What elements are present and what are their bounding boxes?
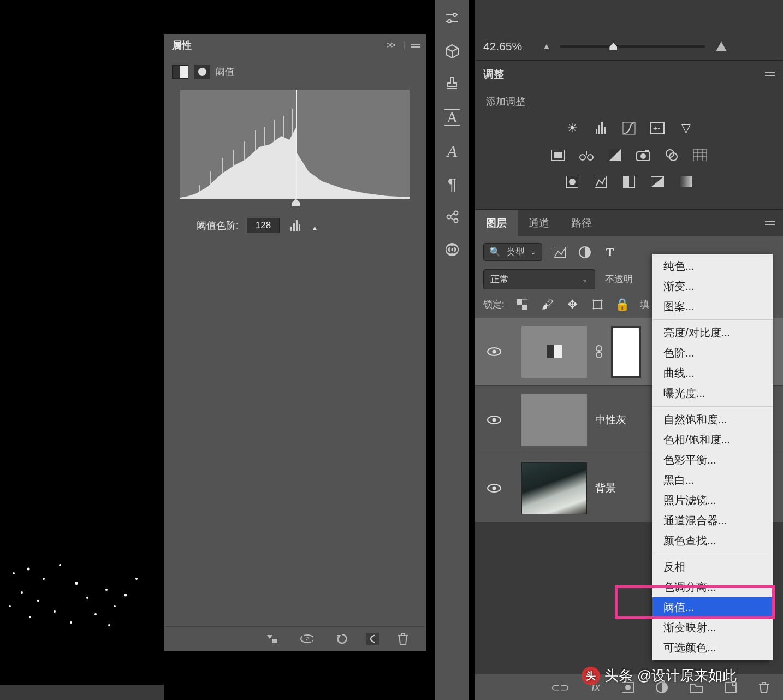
navigator-zoom-row: 42.65%: [475, 16, 783, 60]
svg-point-14: [135, 578, 138, 580]
paragraph-icon[interactable]: ¶: [444, 177, 460, 191]
svg-point-91: [625, 685, 631, 690]
svg-rect-75: [522, 305, 527, 310]
layer-thumbnail[interactable]: [521, 326, 587, 378]
clip-to-layer-icon[interactable]: [265, 633, 278, 645]
threshold-preset-icon[interactable]: [621, 175, 637, 188]
delete-layer-icon[interactable]: [758, 681, 769, 693]
brightness-icon[interactable]: ☀: [565, 121, 580, 135]
svg-rect-45: [623, 122, 635, 134]
tab-channels[interactable]: 通道: [518, 210, 560, 236]
svg-line-30: [302, 636, 312, 642]
photo-filter-icon[interactable]: [636, 148, 651, 162]
lock-pixels-icon[interactable]: 🖌: [539, 298, 555, 311]
lock-transparent-icon[interactable]: [514, 298, 530, 311]
color-balance-icon[interactable]: [579, 148, 594, 162]
blend-mode-select[interactable]: 正常 ⌄: [483, 269, 595, 289]
color-lookup-icon[interactable]: [692, 148, 708, 162]
context-menu-item[interactable]: 曲线...: [652, 363, 773, 383]
svg-rect-49: [554, 152, 562, 158]
context-menu-item[interactable]: 通道混合器...: [652, 511, 773, 531]
filter-adjustment-icon[interactable]: [577, 245, 592, 259]
document-canvas[interactable]: [0, 0, 164, 700]
filter-type-icon[interactable]: T: [602, 245, 618, 259]
link-icon[interactable]: [595, 345, 603, 358]
svg-point-3: [59, 564, 61, 566]
threshold-histogram[interactable]: [180, 90, 410, 199]
trash-icon[interactable]: [396, 633, 410, 645]
exposure-icon[interactable]: +-: [650, 121, 665, 135]
chevron-down-icon: ⌄: [530, 248, 536, 256]
zoom-slider[interactable]: [560, 45, 705, 48]
context-menu-item[interactable]: 可选颜色...: [652, 638, 773, 658]
cc-libraries-icon[interactable]: [444, 242, 460, 257]
stamp-icon[interactable]: [444, 76, 460, 91]
context-menu-item[interactable]: 色彩平衡...: [652, 450, 773, 470]
svg-point-2: [43, 578, 45, 580]
collapse-button[interactable]: >>: [387, 40, 403, 50]
vibrance-icon[interactable]: ▽: [678, 121, 693, 135]
selective-color-icon[interactable]: [678, 175, 693, 188]
invert-icon[interactable]: [565, 175, 580, 188]
visibility-icon[interactable]: [475, 484, 513, 493]
cube-3d-icon[interactable]: [444, 44, 460, 58]
context-menu-separator: [652, 406, 773, 407]
view-previous-icon[interactable]: [300, 633, 313, 645]
context-menu-item[interactable]: 自然饱和度...: [652, 410, 773, 430]
layer-filter-select[interactable]: 🔍 类型 ⌄: [483, 243, 542, 261]
toggle-visibility-icon[interactable]: [366, 633, 379, 645]
context-menu-item[interactable]: 色相/饱和度...: [652, 430, 773, 450]
layer-thumbnail[interactable]: [521, 394, 587, 446]
layer-thumbnail[interactable]: [521, 462, 587, 514]
adjustments-title: 调整: [483, 67, 504, 81]
svg-text:+-: +-: [653, 124, 660, 133]
tab-paths[interactable]: 路径: [560, 210, 603, 236]
sliders-icon[interactable]: [444, 11, 460, 25]
visibility-icon[interactable]: [475, 416, 513, 424]
layer-mask-icon[interactable]: [194, 65, 210, 79]
link-layers-icon[interactable]: ⊂⊃: [551, 681, 570, 694]
lock-all-icon[interactable]: 🔒: [615, 298, 630, 311]
glyphs-icon[interactable]: A: [444, 144, 460, 158]
adjustment-type-label: 阈值: [216, 66, 234, 78]
hue-sat-icon[interactable]: [550, 148, 566, 162]
character-panel-icon[interactable]: A: [444, 109, 460, 126]
context-menu-item[interactable]: 纯色...: [652, 256, 773, 276]
svg-point-12: [29, 616, 31, 618]
levels-icon[interactable]: [593, 121, 608, 135]
curves-icon[interactable]: [621, 121, 637, 135]
reset-icon[interactable]: [335, 633, 348, 645]
layer-name[interactable]: 中性灰: [595, 413, 626, 427]
threshold-value-input[interactable]: [247, 218, 280, 233]
filter-pixel-icon[interactable]: [552, 245, 567, 259]
context-menu-item[interactable]: 黑白...: [652, 470, 773, 490]
tab-layers[interactable]: 图层: [475, 210, 518, 236]
zoom-value: 42.65%: [483, 40, 522, 53]
black-white-icon[interactable]: [607, 148, 622, 162]
context-menu-item[interactable]: 图案...: [652, 296, 773, 317]
gradient-map-icon[interactable]: [650, 175, 665, 188]
context-menu-item[interactable]: 渐变...: [652, 276, 773, 296]
layers-tabs: 图层 通道 路径: [475, 209, 783, 236]
context-menu-item[interactable]: 照片滤镜...: [652, 490, 773, 511]
svg-point-82: [493, 350, 496, 354]
context-menu-item[interactable]: 曝光度...: [652, 383, 773, 404]
posterize-icon[interactable]: [593, 175, 608, 188]
channel-mixer-icon[interactable]: [664, 148, 679, 162]
context-menu-item[interactable]: 颜色查找...: [652, 531, 773, 551]
panel-menu-icon[interactable]: [411, 42, 420, 49]
share-icon[interactable]: [444, 210, 460, 224]
layer-mask-thumbnail[interactable]: [611, 326, 641, 378]
adjustments-menu-icon[interactable]: [765, 70, 775, 78]
layers-menu-icon[interactable]: [765, 220, 775, 227]
zoom-in-icon[interactable]: [716, 41, 727, 51]
visibility-icon[interactable]: [475, 347, 513, 356]
lock-artboard-icon[interactable]: [590, 298, 605, 311]
context-menu-item[interactable]: 反相: [652, 557, 773, 577]
context-menu-item[interactable]: 色阶...: [652, 343, 773, 363]
context-menu-item[interactable]: 渐变映射...: [652, 618, 773, 638]
context-menu-item[interactable]: 亮度/对比度...: [652, 323, 773, 343]
zoom-out-icon[interactable]: [544, 44, 549, 49]
lock-position-icon[interactable]: ✥: [565, 298, 580, 311]
layer-name[interactable]: 背景: [595, 481, 616, 495]
